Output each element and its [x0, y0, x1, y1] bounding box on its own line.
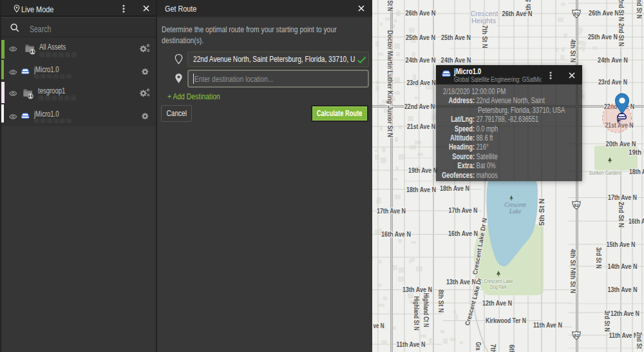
svg-text:12th Ave N: 12th Ave N	[482, 300, 512, 307]
svg-text:13th Ave N: 13th Ave N	[402, 286, 432, 293]
svg-text:13th Ave N: 13th Ave N	[446, 279, 476, 286]
svg-text:20th Ave N: 20th Ave N	[606, 141, 636, 148]
svg-text:2nd St: 2nd St	[636, 332, 643, 349]
svg-text:25th Ave N: 25th Ave N	[406, 34, 435, 41]
svg-text:12th Ave N: 12th Ave N	[611, 310, 639, 317]
svg-text:6th: 6th	[508, 345, 515, 352]
svg-text:15th Ave N: 15th Ave N	[607, 241, 636, 248]
svg-text:18th Ave N: 18th Ave N	[440, 185, 469, 192]
svg-text:4th St N: 4th St N	[569, 39, 576, 63]
svg-text:11th Ave N: 11th Ave N	[533, 322, 562, 329]
svg-text:Dog Park: Dog Park	[490, 284, 507, 290]
svg-text:2nd St N: 2nd St N	[618, 202, 625, 228]
svg-text:23rd Ave N: 23rd Ave N	[598, 79, 627, 86]
svg-text:Doctor Martin Luther King Juni: Doctor Martin Luther King Junior St N	[386, 30, 393, 137]
svg-text:Highland Ct N: Highland Ct N	[422, 293, 430, 328]
svg-text:18th A: 18th A	[629, 168, 644, 175]
svg-text:26th Ave N: 26th Ave N	[502, 10, 533, 17]
svg-text:24th Ave N: 24th Ave N	[441, 57, 471, 64]
svg-text:1: 1	[31, 49, 34, 55]
svg-text:5th St N: 5th St N	[538, 199, 545, 226]
svg-text:26th Ave N: 26th Ave N	[589, 10, 619, 17]
svg-text:25th Ave N: 25th Ave N	[441, 34, 471, 41]
svg-text:13th Ave N: 13th Ave N	[608, 286, 638, 293]
svg-text:92: 92	[574, 202, 579, 208]
svg-text:17th Ave N: 17th Ave N	[449, 207, 478, 214]
svg-text:18th Ave N: 18th Ave N	[406, 186, 436, 193]
svg-text:92: 92	[574, 11, 579, 17]
svg-text:19th Ave N: 19th Ave N	[408, 167, 437, 174]
svg-text:4th St N: 4th St N	[569, 270, 576, 293]
svg-text:nd St N: nd St N	[636, 0, 643, 19]
svg-text:23rd Ave N: 23rd Ave N	[407, 79, 436, 86]
svg-text:7th St N: 7th St N	[481, 25, 488, 48]
svg-text:26th Ave N: 26th Ave N	[406, 10, 436, 17]
svg-text:Kirkwood Ter N: Kirkwood Ter N	[486, 317, 526, 324]
svg-text:3rd St N: 3rd St N	[595, 248, 602, 269]
svg-text:Gra: Gra	[475, 342, 482, 351]
svg-text:Crescent: Crescent	[504, 202, 526, 208]
svg-text:16th A: 16th A	[629, 218, 644, 225]
svg-text:8th St N: 8th St N	[437, 289, 444, 313]
svg-text:19th: 19th	[629, 149, 641, 156]
svg-text:24th Ave N: 24th Ave N	[406, 57, 436, 64]
svg-text:Lake: Lake	[509, 208, 521, 215]
svg-text:92: 92	[574, 333, 579, 338]
svg-text:16th Ave N: 16th Ave N	[381, 231, 411, 238]
svg-text:17th Ave N: 17th Ave N	[608, 194, 637, 201]
svg-text:Heights: Heights	[471, 17, 497, 24]
svg-text:24th Ave N: 24th Ave N	[598, 57, 628, 64]
svg-text:21st Ave N: 21st Ave N	[407, 123, 435, 130]
svg-text:St N: St N	[386, 1, 393, 12]
svg-text:2nd St N: 2nd St N	[618, 23, 625, 46]
svg-text:17th Ave N: 17th Ave N	[377, 208, 406, 215]
svg-text:25th Ave N: 25th Ave N	[588, 34, 618, 41]
svg-text:22nd Ave N: 22nd Ave N	[404, 103, 435, 110]
svg-text:ve N: ve N	[374, 322, 384, 329]
svg-text:Highland St N: Highland St N	[413, 297, 420, 331]
svg-text:4th St N: 4th St N	[569, 249, 576, 272]
svg-text:2nd St N: 2nd St N	[618, 0, 625, 21]
svg-text:11th Ave N: 11th Ave N	[609, 332, 638, 339]
svg-text:11th Ave N: 11th Ave N	[397, 341, 426, 348]
svg-text:3rd St N: 3rd St N	[603, 311, 611, 332]
svg-text:16th Ave N: 16th Ave N	[448, 230, 478, 237]
svg-text:7th: 7th	[489, 344, 497, 352]
svg-text:1: 1	[29, 93, 32, 99]
svg-text:Sunken Gardens: Sunken Gardens	[589, 170, 622, 176]
svg-text:14th Ave N: 14th Ave N	[608, 263, 638, 270]
